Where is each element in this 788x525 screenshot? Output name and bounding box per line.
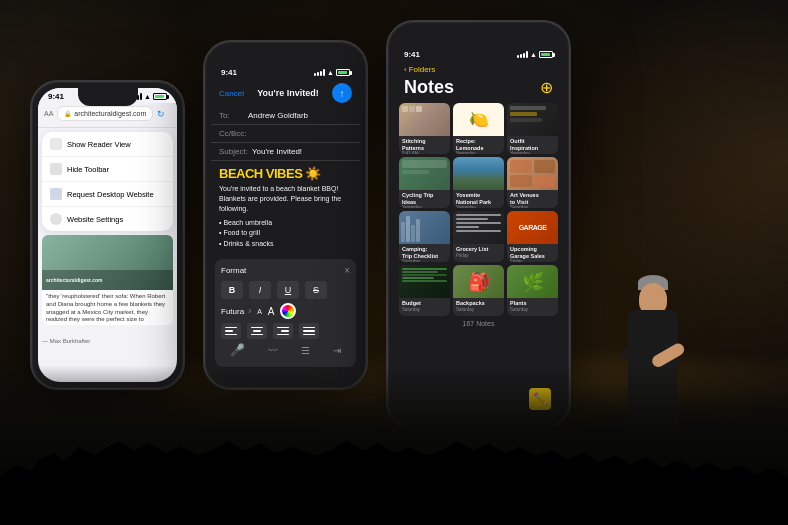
mail-subject-field[interactable]: Subject: You're Invited! <box>211 143 360 161</box>
safari-menu-toolbar-label: Hide Toolbar <box>67 165 109 174</box>
lemon-icon: 🍋 <box>469 110 489 129</box>
note-backpacks-date: Saturday <box>456 307 501 312</box>
note-budget-text: Budget Saturday <box>399 298 450 314</box>
notes-time: 9:41 <box>404 50 420 59</box>
notes-back-button[interactable]: ‹ Folders <box>404 65 553 74</box>
mail-cancel-button[interactable]: Cancel <box>219 89 244 98</box>
align-right-icon <box>277 327 289 336</box>
note-recipe-title: Recipe:Lemonade <box>456 138 501 151</box>
mail-content: 9:41 ▲ <box>211 48 360 382</box>
format-align-center-button[interactable] <box>247 323 267 339</box>
note-backpacks-img: 🎒 <box>453 265 504 298</box>
notes-signal-icon <box>517 51 528 58</box>
mail-signal-bar-4 <box>323 69 325 76</box>
format-align-right-button[interactable] <box>273 323 293 339</box>
back-chevron-icon: ‹ <box>404 65 407 74</box>
note-garage-text-area: UpcomingGarage Sales Friday <box>507 244 558 262</box>
notch-safari <box>78 88 138 106</box>
notes-new-folder-icon[interactable]: ⊕ <box>540 78 553 97</box>
mail-body[interactable]: BEACH VIBES ☀️ You're invited to a beach… <box>211 161 360 255</box>
format-indent-icon[interactable]: ⇥ <box>333 345 341 356</box>
format-mic-icon[interactable]: 🎤 <box>230 343 245 357</box>
phone-safari: 9:41 ▲ <box>30 80 185 390</box>
note-yosemite-text: YosemiteNational Park Yesterday <box>453 190 504 208</box>
font-selector[interactable]: Futura › <box>221 306 251 316</box>
mail-compose-title: You're Invited! <box>257 88 318 98</box>
note-cycling-img <box>399 157 450 190</box>
safari-menu: Show Reader View Hide Toolbar Request De… <box>42 132 173 231</box>
note-recipe-img: 🍋 <box>453 103 504 136</box>
note-thumb-budget[interactable]: Budget Saturday <box>399 265 450 316</box>
note-cycling-title: Cycling TripIdeas <box>402 192 447 205</box>
mail-cc-field[interactable]: Cc/Bcc: <box>211 125 360 143</box>
note-grocery-img <box>453 211 504 244</box>
format-close-button[interactable]: × <box>344 265 350 276</box>
safari-menu-reader-label: Show Reader View <box>67 140 131 149</box>
format-underline-button[interactable]: U <box>277 281 299 299</box>
note-thumb-recipe[interactable]: 🍋 Recipe:Lemonade Yesterday <box>453 103 504 154</box>
format-strikethrough-button[interactable]: S <box>305 281 327 299</box>
note-thumb-camping[interactable]: Camping:Trip Checklist Saturday <box>399 211 450 262</box>
note-thumb-grocery[interactable]: Grocery List Friday <box>453 211 504 262</box>
safari-menu-item-desktop[interactable]: Request Desktop Website <box>42 182 173 207</box>
audience <box>0 365 788 525</box>
notes-title: Notes <box>404 77 454 98</box>
safari-toolbar[interactable]: AA 🔒 architecturaldigest.com ↻ <box>38 103 177 128</box>
note-camping-img <box>399 211 450 244</box>
format-italic-button[interactable]: I <box>249 281 271 299</box>
mail-send-button[interactable]: ↑ <box>332 83 352 103</box>
phone-notes-screen: 9:41 ▲ <box>394 28 563 422</box>
mail-send-icon: ↑ <box>339 88 344 99</box>
note-art-date: Saturday <box>510 205 555 208</box>
safari-url: architecturaldigest.com <box>74 110 146 117</box>
format-list-icon[interactable]: ☰ <box>301 345 310 356</box>
note-grocery-title: Grocery List <box>456 246 501 253</box>
note-stitching-title: StitchingPatterns <box>402 138 447 151</box>
safari-article-preview: architecturaldigest.com "they 'reupholst… <box>42 235 173 325</box>
align-left-icon <box>225 327 237 336</box>
format-bold-button[interactable]: B <box>221 281 243 299</box>
safari-menu-desktop-label: Request Desktop Website <box>67 190 154 199</box>
safari-menu-item-reader[interactable]: Show Reader View <box>42 132 173 157</box>
notes-grid: StitchingPatterns 9:41 AM 🍋 Recipe:Lemon… <box>394 103 563 316</box>
notes-signal-bar-3 <box>523 53 525 58</box>
note-garage-img: GARAGE <box>507 211 558 244</box>
note-thumb-plants[interactable]: 🌿 Plants Saturday <box>507 265 558 316</box>
notes-header: ‹ Folders <box>394 61 563 77</box>
format-color-button[interactable] <box>280 303 296 319</box>
note-thumb-garage[interactable]: GARAGE UpcomingGarage Sales Friday <box>507 211 558 262</box>
mail-beach-vibes-heading: BEACH VIBES ☀️ <box>219 167 352 181</box>
settings-icon <box>50 213 62 225</box>
note-art-img <box>507 157 558 190</box>
format-size-large-button[interactable]: A <box>268 306 275 317</box>
note-stitching-date: 9:41 AM <box>402 151 447 154</box>
note-plants-img: 🌿 <box>507 265 558 298</box>
note-thumb-cycling[interactable]: Cycling TripIdeas Yesterday <box>399 157 450 208</box>
format-bottom-row: 🎤 〰 ☰ ⇥ <box>221 343 350 357</box>
note-thumb-outfit[interactable]: OutfitInspiration Yesterday <box>507 103 558 154</box>
mail-format-panel: Format × B I U S Futura › A <box>215 259 356 367</box>
note-stitching-img <box>399 103 450 136</box>
mail-battery-icon <box>336 69 350 76</box>
safari-menu-item-settings[interactable]: Website Settings <box>42 207 173 231</box>
note-thumb-art[interactable]: Art Venuesto Visit Saturday <box>507 157 558 208</box>
garage-text: GARAGE <box>519 224 547 231</box>
safari-menu-settings-label: Website Settings <box>67 215 123 224</box>
notes-signal-bar-1 <box>517 55 519 58</box>
note-thumb-backpacks[interactable]: 🎒 Backpacks Saturday <box>453 265 504 316</box>
safari-menu-item-toolbar[interactable]: Hide Toolbar <box>42 157 173 182</box>
reader-icon <box>50 138 62 150</box>
note-grocery-text: Grocery List Friday <box>453 244 504 260</box>
mail-to-field[interactable]: To: Andrew Goldfarb <box>211 107 360 125</box>
font-name: Futura <box>221 307 244 316</box>
format-align-left-button[interactable] <box>221 323 241 339</box>
align-justify-icon <box>303 327 315 336</box>
note-cycling-date: Yesterday <box>402 205 447 208</box>
format-size-small-button[interactable]: A <box>257 308 262 315</box>
format-align-justify-button[interactable] <box>299 323 319 339</box>
safari-url-bar[interactable]: 🔒 architecturaldigest.com <box>57 106 153 121</box>
note-thumb-yosemite[interactable]: YosemiteNational Park Yesterday <box>453 157 504 208</box>
note-outfit-title: OutfitInspiration <box>510 138 555 151</box>
mail-to-value: Andrew Goldfarb <box>248 111 308 120</box>
note-thumb-stitching[interactable]: StitchingPatterns 9:41 AM <box>399 103 450 154</box>
